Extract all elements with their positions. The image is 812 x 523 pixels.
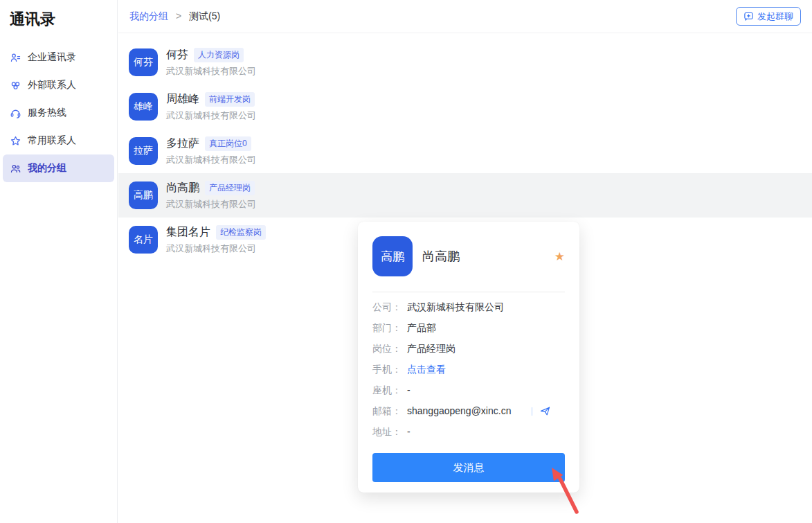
sidebar-item-label: 服务热线: [28, 107, 66, 119]
field-value: 产品经理岗: [407, 343, 455, 355]
group-icon: [10, 163, 21, 175]
field-value: 武汉新城科技有限公司: [407, 301, 504, 313]
contact-row-hefen[interactable]: 何芬 何芬 人力资源岗 武汉新城科技有限公司: [118, 40, 812, 85]
sidebar-item-external-contacts[interactable]: 外部联系人: [3, 71, 114, 99]
breadcrumb: 我的分组 > 测试(5): [129, 10, 220, 23]
avatar: 高鹏: [129, 181, 158, 209]
contact-name: 尚高鹏: [166, 181, 199, 195]
contact-name: 何芬: [166, 48, 188, 62]
avatar: 拉萨: [129, 137, 158, 165]
position-tag: 纪检监察岗: [216, 225, 266, 240]
send-email-icon[interactable]: [539, 405, 551, 417]
contact-company: 武汉新城科技有限公司: [166, 154, 256, 166]
contact-name: 集团名片: [166, 225, 210, 240]
contact-company: 武汉新城科技有限公司: [166, 198, 256, 211]
profile-card-header: 高鹏 尚高鹏 ★: [372, 236, 565, 292]
avatar: 何芬: [129, 48, 158, 76]
contact-name: 周雄峰: [166, 92, 199, 107]
field-value: 产品部: [407, 322, 436, 334]
view-phone-link[interactable]: 点击查看: [407, 364, 446, 375]
contact-company: 武汉新城科技有限公司: [166, 109, 256, 122]
field-company: 公司： 武汉新城科技有限公司: [372, 301, 565, 313]
sidebar-item-label: 企业通讯录: [28, 51, 76, 64]
contact-company: 武汉新城科技有限公司: [166, 65, 256, 78]
contact-row-duolasa[interactable]: 拉萨 多拉萨 真正岗位0 武汉新城科技有限公司: [118, 129, 812, 173]
create-group-chat-button[interactable]: 发起群聊: [736, 7, 801, 26]
sidebar-item-label: 外部联系人: [28, 79, 76, 91]
email-divider: [532, 407, 532, 416]
send-message-button[interactable]: 发消息: [372, 453, 565, 482]
profile-fields: 公司： 武汉新城科技有限公司 部门： 产品部 岗位： 产品经理岗 手机： 点击查…: [372, 301, 565, 438]
field-label: 手机：: [372, 364, 407, 375]
breadcrumb-current-group: 测试(5): [189, 10, 220, 21]
field-label: 部门：: [372, 322, 407, 334]
app-title: 通讯录: [0, 0, 117, 41]
contact-row-shanggaopeng[interactable]: 高鹏 尚高鹏 产品经理岗 武汉新城科技有限公司: [118, 173, 812, 218]
star-outline-icon: [10, 135, 21, 147]
sidebar-item-my-groups[interactable]: 我的分组: [3, 154, 114, 182]
field-department: 部门： 产品部: [372, 322, 565, 334]
sidebar-item-enterprise-contacts[interactable]: 企业通讯录: [3, 44, 114, 71]
breadcrumb-my-groups[interactable]: 我的分组: [129, 10, 168, 21]
breadcrumb-separator: >: [176, 10, 181, 21]
sidebar-item-label: 常用联系人: [28, 134, 76, 147]
position-tag: 真正岗位0: [205, 136, 251, 151]
sidebar-item-label: 我的分组: [28, 162, 66, 175]
main-header: 我的分组 > 测试(5) 发起群聊: [118, 0, 812, 33]
field-label: 公司：: [372, 301, 407, 313]
contact-row-zhouxiongfeng[interactable]: 雄峰 周雄峰 前端开发岗 武汉新城科技有限公司: [118, 85, 812, 129]
field-label: 地址：: [372, 426, 407, 438]
contact-profile-card: 高鹏 尚高鹏 ★ 公司： 武汉新城科技有限公司 部门： 产品部 岗位： 产品经理…: [358, 222, 579, 493]
field-value: -: [407, 384, 410, 396]
chat-plus-icon: [743, 11, 754, 21]
sidebar: 通讯录 企业通讯录 外部联系人 服务热线 常用联系人: [0, 0, 118, 523]
avatar: 名片: [129, 226, 158, 254]
position-tag: 人力资源岗: [194, 48, 244, 62]
field-label: 座机：: [372, 384, 407, 396]
field-email: 邮箱： shanggaopeng@xinc.cn: [372, 405, 565, 417]
field-mobile: 手机： 点击查看: [372, 364, 565, 375]
external-contacts-icon: [10, 80, 21, 91]
contact-name: 多拉萨: [166, 136, 199, 151]
field-label: 邮箱：: [372, 405, 407, 417]
email-value: shanggaopeng@xinc.cn: [407, 405, 511, 417]
sidebar-item-frequent-contacts[interactable]: 常用联系人: [3, 127, 114, 154]
avatar: 雄峰: [129, 93, 158, 121]
person-card-icon: [10, 52, 21, 64]
field-label: 岗位：: [372, 343, 407, 355]
field-position: 岗位： 产品经理岗: [372, 343, 565, 355]
sidebar-item-service-hotline[interactable]: 服务热线: [3, 99, 114, 127]
position-tag: 产品经理岗: [205, 181, 255, 195]
contact-company: 武汉新城科技有限公司: [166, 242, 266, 255]
field-landline: 座机： -: [372, 384, 565, 396]
field-address: 地址： -: [372, 426, 565, 438]
position-tag: 前端开发岗: [205, 92, 255, 107]
profile-avatar: 高鹏: [372, 236, 413, 276]
sidebar-nav: 企业通讯录 外部联系人 服务热线 常用联系人 我的分组: [0, 41, 117, 185]
create-group-chat-label: 发起群聊: [757, 10, 793, 23]
headset-icon: [10, 107, 21, 119]
profile-name: 尚高鹏: [422, 248, 460, 265]
field-value: -: [407, 426, 410, 438]
favorite-star-icon[interactable]: ★: [554, 251, 565, 263]
